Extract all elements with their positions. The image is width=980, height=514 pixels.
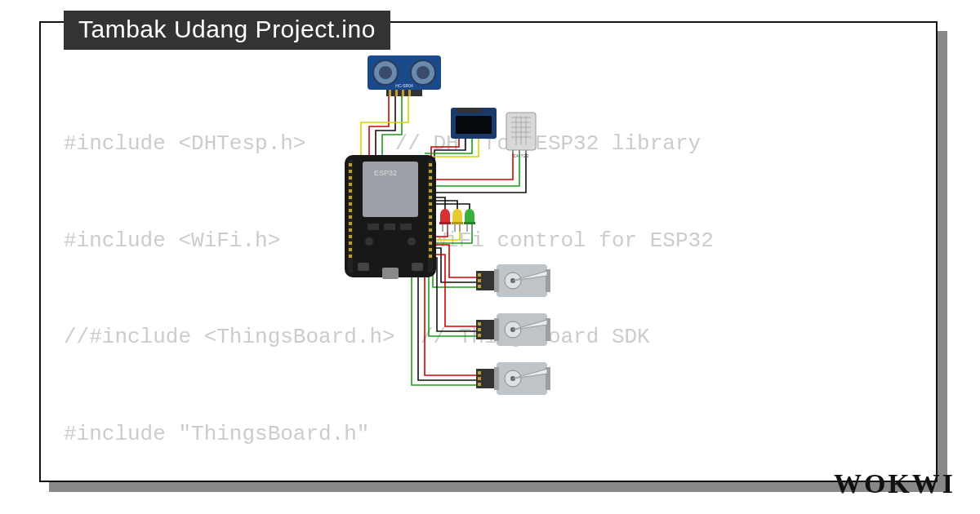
svg-rect-71 xyxy=(440,215,450,222)
svg-rect-62 xyxy=(368,224,379,230)
svg-rect-9 xyxy=(402,90,404,96)
svg-rect-41 xyxy=(349,235,352,238)
svg-rect-95 xyxy=(478,322,481,326)
wokwi-logo: WOKWI xyxy=(834,468,956,499)
svg-rect-42 xyxy=(349,241,352,245)
svg-rect-7 xyxy=(389,90,391,96)
svg-rect-99 xyxy=(494,318,499,341)
svg-rect-50 xyxy=(429,196,432,199)
svg-rect-55 xyxy=(429,228,432,232)
svg-rect-104 xyxy=(478,371,481,374)
dht22-sensor-icon: DHT22 xyxy=(506,113,536,158)
svg-rect-45 xyxy=(429,163,432,166)
svg-rect-90 xyxy=(494,269,499,292)
svg-text:HC-SR04: HC-SR04 xyxy=(395,83,413,88)
svg-point-2 xyxy=(379,66,392,79)
svg-rect-12 xyxy=(456,116,492,134)
svg-rect-39 xyxy=(349,222,352,225)
svg-rect-36 xyxy=(349,202,352,206)
svg-rect-52 xyxy=(429,209,432,212)
svg-rect-48 xyxy=(429,183,432,186)
svg-rect-63 xyxy=(384,224,395,230)
svg-rect-10 xyxy=(408,90,411,96)
svg-rect-54 xyxy=(429,222,432,225)
esp32-board-icon: ESP32 xyxy=(345,155,436,279)
svg-point-66 xyxy=(408,237,416,246)
led-yellow-icon xyxy=(452,209,463,232)
svg-rect-98 xyxy=(497,313,547,346)
led-row xyxy=(439,209,475,232)
svg-rect-35 xyxy=(349,196,352,199)
svg-rect-40 xyxy=(349,228,352,232)
svg-rect-33 xyxy=(349,183,352,186)
svg-rect-57 xyxy=(429,241,432,245)
svg-rect-67 xyxy=(382,268,399,279)
svg-rect-89 xyxy=(497,264,547,297)
ultrasonic-sensor-icon: HC-SR04 xyxy=(368,55,441,96)
svg-rect-108 xyxy=(494,367,499,390)
svg-text:ESP32: ESP32 xyxy=(374,169,397,177)
svg-rect-81 xyxy=(465,215,474,222)
svg-rect-38 xyxy=(349,215,352,219)
svg-rect-82 xyxy=(464,222,475,224)
svg-rect-68 xyxy=(358,263,369,271)
svg-rect-49 xyxy=(429,189,432,193)
svg-rect-105 xyxy=(478,377,481,380)
svg-rect-47 xyxy=(429,176,432,179)
svg-rect-86 xyxy=(478,273,481,277)
brand-text: WOKWI xyxy=(834,468,956,498)
svg-rect-96 xyxy=(478,328,481,331)
svg-rect-97 xyxy=(478,334,481,337)
svg-rect-34 xyxy=(349,189,352,193)
svg-rect-51 xyxy=(429,202,432,206)
led-green-icon xyxy=(464,209,475,232)
svg-rect-59 xyxy=(429,255,432,258)
svg-rect-76 xyxy=(452,215,462,222)
svg-rect-37 xyxy=(349,209,352,212)
svg-rect-31 xyxy=(349,170,352,173)
svg-rect-69 xyxy=(412,263,423,271)
svg-rect-64 xyxy=(400,224,412,230)
svg-rect-77 xyxy=(452,222,463,224)
file-title: Tambak Udang Project.ino xyxy=(78,16,376,42)
svg-rect-72 xyxy=(439,222,451,224)
servo-1-icon xyxy=(476,264,550,297)
svg-rect-46 xyxy=(429,170,432,173)
svg-rect-107 xyxy=(497,362,547,395)
oled-display-icon xyxy=(451,108,497,139)
svg-rect-106 xyxy=(478,383,481,386)
svg-rect-8 xyxy=(395,90,398,96)
svg-rect-56 xyxy=(429,235,432,238)
svg-point-65 xyxy=(365,237,373,246)
svg-rect-30 xyxy=(349,163,352,166)
file-title-tab: Tambak Udang Project.ino xyxy=(64,11,390,50)
svg-rect-58 xyxy=(429,248,432,251)
servo-3-icon xyxy=(476,362,550,395)
svg-text:DHT22: DHT22 xyxy=(513,153,529,158)
svg-rect-87 xyxy=(478,279,481,282)
svg-rect-44 xyxy=(349,255,352,258)
circuit-diagram: HC-SR04 DHT22 xyxy=(310,49,719,424)
led-red-icon xyxy=(439,209,451,232)
svg-rect-88 xyxy=(478,285,481,288)
svg-point-4 xyxy=(416,66,430,79)
svg-rect-32 xyxy=(349,176,352,179)
servo-2-icon xyxy=(476,313,550,346)
svg-rect-43 xyxy=(349,248,352,251)
svg-rect-53 xyxy=(429,215,432,219)
svg-rect-13 xyxy=(457,108,482,113)
